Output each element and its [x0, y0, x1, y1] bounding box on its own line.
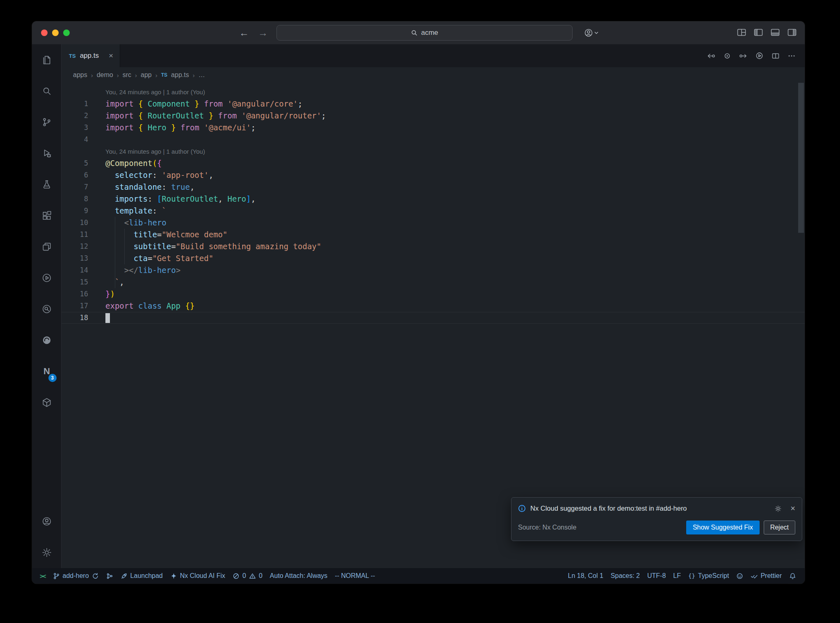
sidebar-item-circle-logo[interactable] [32, 325, 62, 356]
formatter-item[interactable]: Prettier [747, 568, 785, 584]
breadcrumb-item[interactable]: … [199, 71, 205, 79]
indent-guide [124, 252, 125, 264]
encoding-item[interactable]: UTF-8 [644, 568, 669, 584]
sidebar-item-source-control[interactable] [32, 107, 62, 138]
indent-guide [124, 229, 125, 241]
code-line: selector: 'app-root', [105, 169, 805, 181]
code-row: 14 ></lib-hero> [62, 264, 805, 276]
code-row: 8 imports: [RouterOutlet, Hero], [62, 193, 805, 205]
remote-indicator[interactable]: >< [36, 568, 49, 584]
sidebar-item-search-circle[interactable] [32, 293, 62, 325]
more-actions-icon[interactable] [788, 52, 796, 59]
toggle-panel-icon[interactable] [771, 29, 780, 36]
indent-guide [115, 264, 115, 276]
sidebar-item-nx[interactable]: N 3 [32, 356, 62, 387]
nx-cloud-ai-fix-item[interactable]: Nx Cloud AI Fix [167, 568, 229, 584]
line-col-label: Ln 18, Col 1 [568, 572, 603, 580]
language-mode-item[interactable]: {} TypeScript [685, 568, 733, 584]
eol-item[interactable]: LF [669, 568, 685, 584]
launchpad-item[interactable]: Launchpad [117, 568, 167, 584]
sidebar-item-extensions[interactable] [32, 200, 62, 231]
problems-item[interactable]: 0 0 [229, 568, 266, 584]
toggle-secondary-sidebar-icon[interactable] [788, 29, 797, 36]
line-number: 16 [62, 288, 88, 300]
auto-attach-item[interactable]: Auto Attach: Always [266, 568, 331, 584]
code-line: @Component({ [105, 157, 805, 169]
commit-graph-icon [106, 573, 113, 580]
sync-icon [92, 573, 99, 580]
toast-settings-button[interactable] [774, 505, 782, 512]
reject-button[interactable]: Reject [764, 521, 795, 534]
profile-menu[interactable] [584, 28, 599, 38]
code-row: 2import { RouterOutlet } from '@angular/… [62, 110, 805, 122]
minimize-window-button[interactable] [52, 30, 59, 36]
vim-mode-item[interactable]: -- NORMAL -- [331, 568, 379, 584]
split-editor-icon[interactable] [772, 52, 780, 59]
line-number: 15 [62, 276, 88, 288]
code-editor[interactable]: You, 24 minutes ago | 1 author (You)1imp… [62, 83, 805, 568]
chevron-right-icon: › [91, 72, 93, 79]
toast-header: Nx Cloud suggested a fix for demo:test i… [518, 504, 795, 513]
open-changes-icon[interactable] [707, 52, 715, 59]
indent-guide [115, 217, 115, 229]
breadcrumb-item[interactable]: app.ts [171, 71, 189, 79]
formatter-label: Prettier [760, 572, 782, 580]
typescript-file-icon: TS [161, 72, 167, 78]
sidebar-item-package[interactable] [32, 387, 62, 418]
sidebar-item-account[interactable] [32, 506, 62, 537]
tab-app-ts[interactable]: TS app.ts × [62, 44, 120, 67]
sidebar-item-search[interactable] [32, 75, 62, 107]
toggle-blame-icon[interactable] [723, 52, 731, 59]
line-number: 2 [62, 110, 88, 122]
line-number: 10 [62, 217, 88, 229]
cursor-position-item[interactable]: Ln 18, Col 1 [564, 568, 607, 584]
sidebar-item-run-debug[interactable] [32, 138, 62, 169]
code-row: 9 template: ` [62, 205, 805, 217]
toggle-primary-sidebar-icon[interactable] [754, 29, 763, 36]
code-line: standalone: true, [105, 181, 805, 193]
commit-graph-item[interactable] [103, 568, 117, 584]
git-blame-text: You, 24 minutes ago | 1 author (You) [105, 146, 805, 157]
code-row: 10 <lib-hero [62, 217, 805, 229]
show-suggested-fix-button[interactable]: Show Suggested Fix [686, 521, 760, 534]
run-file-icon[interactable] [755, 52, 764, 59]
warnings-icon [249, 573, 256, 580]
code-row: 16}) [62, 288, 805, 300]
sidebar-item-run-circle[interactable] [32, 262, 62, 293]
forward-icon[interactable]: → [258, 27, 268, 39]
sidebar-item-explorer[interactable] [32, 44, 62, 75]
toast-close-icon[interactable]: × [790, 504, 795, 513]
line-number [62, 86, 88, 98]
close-window-button[interactable] [41, 30, 48, 36]
notifications-item[interactable] [785, 568, 800, 584]
breadcrumb-item[interactable]: app [141, 71, 152, 79]
sidebar-item-windows-stack[interactable] [32, 231, 62, 262]
customize-layout-icon[interactable] [737, 29, 746, 36]
indentation-item[interactable]: Spaces: 2 [607, 568, 644, 584]
feedback-item[interactable] [733, 568, 747, 584]
breadcrumb-item[interactable]: demo [97, 71, 113, 79]
code-line: export class App {} [105, 300, 805, 312]
editor-actions [707, 44, 805, 67]
command-center-search[interactable]: acme [276, 25, 573, 41]
breadcrumb-item[interactable]: src [123, 71, 131, 79]
code-line [105, 312, 805, 324]
sidebar-item-testing[interactable] [32, 169, 62, 200]
close-tab-icon[interactable]: × [109, 51, 113, 60]
breadcrumb-item[interactable]: apps [73, 71, 87, 79]
zoom-window-button[interactable] [63, 30, 70, 36]
statusbar-right: Ln 18, Col 1 Spaces: 2 UTF-8 LF {} TypeS… [564, 568, 800, 584]
vertical-scrollbar[interactable] [798, 83, 804, 233]
sparkle-icon [170, 573, 177, 580]
spaces-label: Spaces: 2 [611, 572, 640, 580]
status-bar: >< add-hero Launchpad [32, 568, 805, 584]
rocket-icon [121, 573, 128, 580]
open-file-icon[interactable] [739, 52, 747, 59]
errors-icon [233, 573, 240, 580]
code-line: }) [105, 288, 805, 300]
back-icon[interactable]: ← [239, 27, 249, 39]
account-avatar-icon [584, 28, 599, 38]
git-branch-item[interactable]: add-hero [49, 568, 103, 584]
sidebar-item-settings[interactable] [32, 537, 62, 568]
toast-message: Nx Cloud suggested a fix for demo:test i… [530, 505, 770, 512]
